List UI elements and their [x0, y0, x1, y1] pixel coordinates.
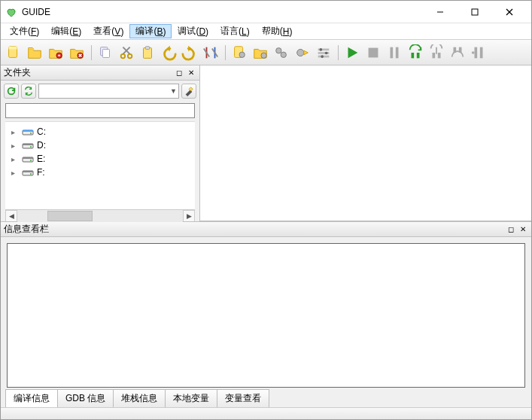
drive-icon [22, 154, 34, 164]
build-run-button[interactable] [293, 43, 312, 62]
folder-clear-button[interactable] [181, 84, 196, 99]
info-panel: 信息查看栏 ◻ ✕ 编译信息GDB 信息堆栈信息本地变量变量查看 [1, 221, 531, 407]
build-all-button[interactable] [272, 43, 291, 62]
info-float-button[interactable]: ◻ [506, 224, 516, 235]
svg-rect-7 [58, 54, 60, 56]
drive-icon [22, 167, 34, 178]
menu-v[interactable]: 查看(V) [87, 23, 129, 39]
step-return-button[interactable] [469, 43, 488, 62]
folder-path-combo[interactable]: ▼ [38, 84, 179, 99]
menu-h[interactable]: 帮助(H) [256, 23, 299, 39]
svg-point-14 [128, 53, 132, 58]
drive-label: F: [37, 167, 45, 178]
paste-button[interactable] [138, 43, 157, 62]
info-tab[interactable]: 变量查看 [217, 389, 269, 407]
panel-float-button[interactable]: ◻ [174, 68, 184, 78]
toolbar-separator [222, 43, 228, 62]
info-output[interactable] [7, 243, 525, 388]
svg-point-28 [297, 49, 304, 56]
svg-rect-38 [412, 53, 415, 58]
svg-point-27 [281, 52, 286, 57]
scroll-track[interactable] [17, 210, 183, 222]
folder-panel: 文件夹 ◻ ✕ ▼ ▸C:▸D:▸E:▸F: ◀ ▶ [1, 65, 200, 221]
menu-b[interactable]: 编译(B) [129, 24, 172, 38]
drive-tree[interactable]: ▸C:▸D:▸E:▸F: [5, 121, 195, 209]
panel-close-button[interactable]: ✕ [186, 68, 196, 78]
editor-area[interactable] [200, 65, 531, 221]
svg-point-55 [30, 146, 32, 148]
menu-d[interactable]: 调试(D) [172, 23, 214, 39]
expand-icon[interactable]: ▸ [11, 128, 19, 136]
scroll-right-button[interactable]: ▶ [183, 210, 195, 222]
options-button[interactable] [314, 43, 333, 62]
settings-button[interactable] [201, 43, 220, 62]
scroll-thumb[interactable] [47, 211, 93, 221]
cut-button[interactable] [117, 43, 136, 62]
drive-item[interactable]: ▸C: [5, 125, 195, 138]
minimize-button[interactable] [423, 1, 458, 23]
folder-toolbar: ▼ [1, 81, 199, 102]
drive-item[interactable]: ▸F: [5, 166, 195, 179]
stop-button[interactable] [363, 43, 383, 62]
folder-filter-input[interactable] [5, 103, 195, 118]
maximize-button[interactable] [458, 1, 492, 23]
new-file-button[interactable] [4, 43, 23, 62]
statusbar [1, 407, 531, 419]
pause-button[interactable] [385, 43, 404, 62]
svg-point-47 [472, 51, 475, 54]
svg-rect-37 [396, 47, 399, 58]
expand-icon[interactable]: ▸ [11, 142, 19, 150]
svg-point-32 [320, 48, 323, 51]
svg-rect-44 [459, 47, 462, 52]
compile-button[interactable] [230, 43, 249, 62]
info-close-button[interactable]: ✕ [518, 224, 528, 235]
open-file-button[interactable] [25, 43, 44, 62]
menu-e[interactable]: 编辑(E) [45, 23, 87, 39]
expand-icon[interactable]: ▸ [11, 155, 19, 163]
drive-label: E: [37, 154, 45, 164]
titlebar: GUIDE [1, 1, 531, 23]
redo-button[interactable] [180, 43, 199, 62]
close-button[interactable] [492, 1, 527, 23]
close-file-button[interactable] [67, 43, 87, 62]
svg-rect-1 [472, 9, 478, 15]
menu-l[interactable]: 语言(L) [214, 23, 256, 39]
undo-button[interactable] [159, 43, 178, 62]
svg-rect-60 [23, 171, 33, 172]
svg-rect-18 [145, 46, 150, 49]
folder-sync-button[interactable] [21, 84, 36, 99]
expand-icon[interactable]: ▸ [11, 169, 19, 177]
info-tab[interactable]: 本地变量 [165, 389, 217, 407]
info-tab[interactable]: 编译信息 [5, 389, 58, 407]
info-tab[interactable]: 堆栈信息 [113, 389, 166, 407]
drive-item[interactable]: ▸D: [5, 138, 195, 152]
svg-rect-35 [369, 47, 378, 57]
run-button[interactable] [342, 43, 362, 62]
svg-point-34 [321, 55, 324, 58]
drive-item[interactable]: ▸E: [5, 152, 195, 166]
toolbar [1, 40, 531, 65]
svg-rect-41 [438, 53, 441, 58]
svg-rect-51 [23, 130, 33, 132]
folder-hscroll[interactable]: ◀ ▶ [5, 209, 195, 221]
svg-rect-5 [9, 46, 17, 49]
drive-icon [22, 140, 34, 151]
copy-button[interactable] [96, 43, 115, 62]
svg-rect-43 [454, 47, 457, 52]
folder-panel-header: 文件夹 ◻ ✕ [1, 65, 199, 81]
folder-refresh-button[interactable] [4, 84, 19, 99]
info-tab[interactable]: GDB 信息 [57, 389, 114, 407]
svg-rect-57 [23, 157, 33, 159]
svg-point-61 [30, 173, 32, 175]
menu-f[interactable]: 文件(F) [4, 23, 45, 39]
step-into-button[interactable] [427, 43, 446, 62]
step-over-button[interactable] [406, 43, 425, 62]
svg-point-13 [121, 53, 126, 58]
build-button[interactable] [251, 43, 270, 62]
scroll-left-button[interactable]: ◀ [5, 210, 17, 222]
svg-rect-36 [391, 47, 394, 58]
step-out-button[interactable] [448, 43, 467, 62]
svg-rect-46 [480, 47, 483, 58]
save-file-button[interactable] [46, 43, 65, 62]
svg-point-58 [30, 160, 32, 161]
